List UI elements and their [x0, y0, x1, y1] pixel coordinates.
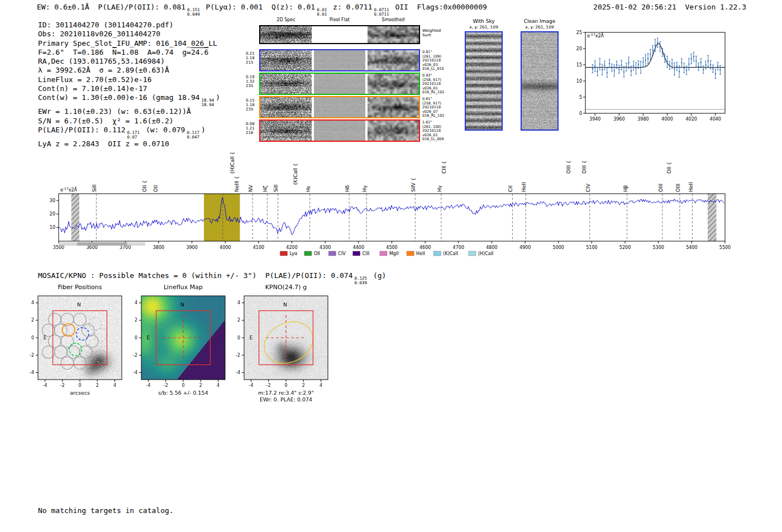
- stacked-uncertainty: 0.1170.047: [187, 131, 199, 140]
- svg-text:Hζ: Hζ: [263, 185, 268, 192]
- svg-text:-2: -2: [60, 383, 65, 388]
- svg-text:4400: 4400: [353, 245, 364, 250]
- fiber-positions-title: Fiber Positions: [38, 284, 122, 291]
- header-summary-line: EW: 0.6±0.1Å P(LAE)/P(OII): 0.0810.1510.…: [37, 3, 487, 17]
- svg-text:0: 0: [78, 383, 81, 388]
- svg-text:0: 0: [135, 336, 137, 341]
- svg-text:4700: 4700: [453, 245, 464, 250]
- stacked-uncertainty: 0.1510.049: [187, 8, 200, 17]
- svg-text:0: 0: [31, 336, 34, 341]
- pixelflat-image: [314, 97, 365, 117]
- svg-text:e-17x2Å: e-17x2Å: [60, 186, 78, 193]
- info-line: Obs: 20210118v026_3011404270: [38, 30, 220, 39]
- cleanimage-title: Clean Image: [521, 18, 559, 24]
- svg-text:3960: 3960: [613, 117, 624, 122]
- svg-text:OIII {: OIII {: [581, 160, 587, 174]
- svg-text:N: N: [283, 302, 287, 308]
- withsky-panel: With Sky x, y: 261, 109: [465, 18, 503, 131]
- smoothed-image: [368, 26, 419, 43]
- svg-text:5300: 5300: [653, 245, 664, 250]
- svg-text:NeIII {: NeIII {: [234, 176, 240, 192]
- spec2d-image: [260, 74, 312, 94]
- svg-text:Hδ: Hδ: [345, 185, 350, 192]
- svg-text:Hγ: Hγ: [362, 185, 368, 192]
- svg-text:-4: -4: [236, 370, 240, 375]
- fiber-positions-panel: Fiber Positions NE-4-4-2-2002244 arcsecs: [19, 284, 136, 406]
- kpno-caption-morphology: m:17.2 re:3.4" s:2.9": [233, 390, 339, 396]
- svg-text:4600: 4600: [419, 245, 431, 250]
- svg-text:20: 20: [50, 212, 55, 217]
- smoothed-image: [368, 121, 419, 141]
- svg-text:3500: 3500: [53, 245, 64, 250]
- withsky-image: [466, 32, 502, 130]
- svg-text:2: 2: [237, 318, 240, 323]
- svg-text:SiIV {: SiIV {: [411, 178, 416, 192]
- svg-text:E: E: [147, 335, 150, 341]
- svg-text:4000: 4000: [220, 245, 231, 250]
- svg-text:-2: -2: [164, 383, 168, 388]
- lineflux-caption: s/b: 5.56 +/- 0.154: [130, 390, 236, 396]
- svg-text:-4: -4: [249, 383, 254, 388]
- withsky-title: With Sky: [465, 18, 503, 24]
- info-line: Primary Spec_Slot_IFU_AMP: 016_104_026_L…: [38, 39, 220, 48]
- svg-text:-2: -2: [236, 353, 240, 358]
- svg-text:Lyα: Lyα: [290, 251, 298, 256]
- stacked-uncertainty: 0.1710.07: [127, 131, 140, 140]
- emission-line-markers: [96, 194, 692, 241]
- kpno-overlay: NE-4-4-2-2002244: [225, 296, 342, 394]
- svg-text:5200: 5200: [619, 245, 631, 250]
- spec2d-row-right-label: 0.93"(258, 917)20210118v026_01016_RL_102: [422, 74, 456, 95]
- svg-text:SiII: SiII: [92, 184, 97, 192]
- cleanimage-coords: x, y: 261, 109: [521, 25, 559, 30]
- spec2d-row-right-label: 0.81"(261, 109)20210118v026_03016_LL_010: [422, 50, 456, 71]
- pixelflat-image: [314, 121, 365, 141]
- svg-text:4900: 4900: [519, 245, 531, 250]
- info-line: EWr = 1.10(±0.23) (w: 0.63(±0.12))Å: [38, 107, 220, 116]
- header-datetime-version: 2025-01-02 20:56:21 Version 1.22.3: [593, 3, 746, 11]
- svg-text:4: 4: [237, 300, 240, 305]
- svg-text:SiII: SiII: [273, 184, 279, 192]
- svg-text:2: 2: [135, 318, 137, 323]
- svg-text:OII: OII: [153, 185, 159, 192]
- detection-info-block: ID: 3011404270 (3011404270.pdf)Obs: 2021…: [38, 21, 220, 148]
- svg-text:2: 2: [31, 318, 34, 323]
- svg-text:CIII: CIII: [363, 251, 370, 256]
- svg-text:Hε: Hε: [306, 185, 311, 192]
- svg-text:OIII {: OIII {: [566, 160, 571, 174]
- svg-text:0: 0: [579, 111, 582, 116]
- svg-text:Hβ: Hβ: [623, 185, 628, 192]
- info-line: LineFlux = 2.70(±0.52)e-16: [38, 75, 220, 84]
- svg-text:20: 20: [576, 46, 582, 51]
- svg-text:CIV: CIV: [338, 251, 346, 256]
- svg-text:2: 2: [199, 383, 202, 388]
- svg-text:NV: NV: [248, 184, 254, 192]
- svg-text:N: N: [180, 302, 184, 308]
- svg-text:OIII: OIII: [675, 184, 681, 192]
- withsky-coords: x, y: 261, 109: [465, 25, 503, 30]
- line-fit-plot: 3940396039804000402040400510152025e-17x2…: [575, 27, 735, 124]
- spec2d-row-left-label: 0.211.18215: [246, 51, 258, 65]
- info-line: F=2.6" T=0.186 N=1.08 A=0.74 g=24.6: [38, 48, 220, 57]
- svg-text:CIV: CIV: [585, 183, 591, 192]
- svg-text:3600: 3600: [86, 245, 97, 250]
- svg-text:0: 0: [237, 336, 240, 341]
- lineflux-map-panel: Lineflux Map NE-4-4-2-2002244 s/b: 5.56 …: [122, 284, 240, 406]
- info-line: S/N = 6.7(±0.5) χ² = 1.6(±0.2): [38, 117, 220, 126]
- spec2d-row-right-label: WeightedSum: [422, 28, 456, 37]
- svg-text:5100: 5100: [586, 245, 597, 250]
- smoothed-image: [368, 50, 419, 70]
- spec2d-row: [259, 73, 420, 95]
- svg-text:-4: -4: [43, 383, 47, 388]
- catalog-footer-note: No matching targets in catalog. Row inte…: [38, 489, 174, 532]
- lineflux-map-overlay: NE-4-4-2-2002244: [122, 296, 240, 394]
- svg-text:10: 10: [50, 225, 55, 230]
- svg-text:-4: -4: [146, 383, 151, 388]
- svg-text:e-17x2Å: e-17x2Å: [587, 32, 604, 39]
- svg-text:Hγ: Hγ: [437, 185, 442, 192]
- errorbar-series: [592, 38, 721, 79]
- svg-text:3980: 3980: [637, 117, 649, 122]
- svg-text:-4: -4: [133, 370, 137, 375]
- svg-text:OIII: OIII: [658, 184, 664, 192]
- svg-text:25: 25: [576, 30, 582, 35]
- svg-text:3700: 3700: [120, 245, 131, 250]
